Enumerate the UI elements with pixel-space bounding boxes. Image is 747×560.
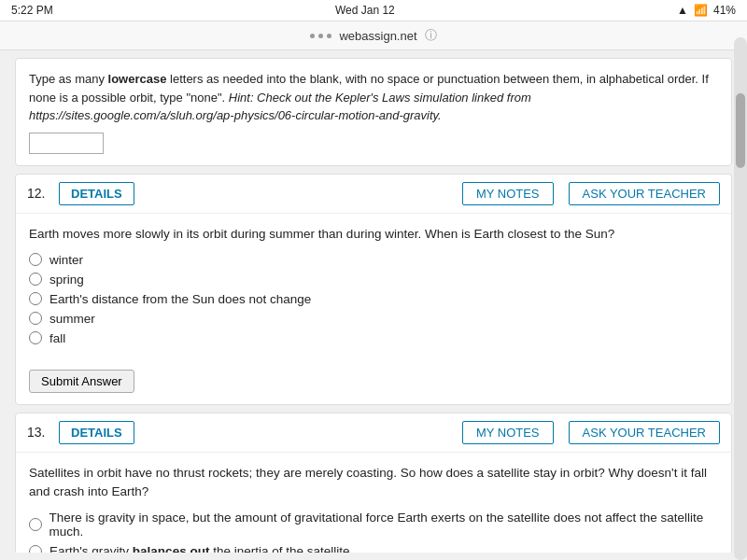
question-13-my-notes-button[interactable]: MY NOTES: [462, 421, 554, 444]
q13-option-b: Earth's gravity balances out the inertia…: [29, 544, 718, 553]
q12-option-a: winter: [29, 253, 718, 267]
question-13-text: Satellites in orbit have no thrust rocke…: [29, 464, 718, 502]
question-13-card: 13. DETAILS MY NOTES ASK YOUR TEACHER Sa…: [15, 413, 732, 553]
q12-option-d: summer: [29, 312, 718, 326]
question-12-details-button[interactable]: DETAILS: [59, 182, 134, 205]
browser-info-icon: ⓘ: [425, 27, 437, 44]
question-13-number: 13.: [27, 425, 49, 440]
main-content: Type as many lowercase letters as needed…: [0, 50, 747, 553]
q13-label-a[interactable]: There is gravity in space, but the amoun…: [49, 511, 718, 539]
q13-radio-a[interactable]: [29, 518, 42, 531]
q12-option-e: fall: [29, 331, 718, 345]
answer-input-top[interactable]: [29, 133, 104, 154]
question-12-my-notes-button[interactable]: MY NOTES: [462, 182, 554, 205]
browser-dots: [310, 34, 331, 38]
q12-radio-d[interactable]: [29, 312, 42, 325]
question-12-submit-area: Submit Answer: [16, 362, 731, 404]
url-display: webassign.net: [339, 29, 416, 43]
q12-radio-c[interactable]: [29, 292, 42, 305]
scrollbar[interactable]: [734, 37, 747, 560]
question-12-text: Earth moves more slowly in its orbit dur…: [29, 225, 718, 244]
question-13-body: Satellites in orbit have no thrust rocke…: [16, 453, 731, 553]
bold-lowercase: lowercase: [108, 72, 167, 86]
q12-label-b[interactable]: spring: [49, 273, 84, 287]
instruction-text: Type as many lowercase letters as needed…: [29, 70, 718, 125]
battery-display: 41%: [713, 4, 736, 17]
signal-icon: ▲: [677, 4, 688, 17]
question-12-submit-button[interactable]: Submit Answer: [29, 370, 134, 393]
question-12-card: 12. DETAILS MY NOTES ASK YOUR TEACHER Ea…: [15, 174, 732, 405]
question-12-ask-teacher-button[interactable]: ASK YOUR TEACHER: [569, 182, 720, 205]
browser-bar: webassign.net ⓘ: [0, 21, 747, 50]
q12-label-a[interactable]: winter: [49, 253, 83, 267]
q13-radio-b[interactable]: [29, 545, 42, 553]
question-13-details-button[interactable]: DETAILS: [59, 421, 134, 444]
q12-label-d[interactable]: summer: [49, 312, 95, 326]
day-display: Wed Jan 12: [335, 4, 395, 17]
status-bar: 5:22 PM Wed Jan 12 ▲ 📶 41%: [0, 0, 747, 21]
status-right: ▲ 📶 41%: [677, 4, 736, 17]
q13-option-a: There is gravity in space, but the amoun…: [29, 511, 718, 539]
q12-radio-b[interactable]: [29, 273, 42, 286]
q12-radio-a[interactable]: [29, 253, 42, 266]
q13-bold-balances: balances out: [133, 544, 210, 553]
question-12-number: 12.: [27, 186, 49, 201]
scrollbar-thumb[interactable]: [736, 93, 745, 168]
q12-label-c[interactable]: Earth's distance from the Sun does not c…: [49, 292, 311, 306]
time-display: 5:22 PM: [11, 4, 53, 17]
question-13-header: 13. DETAILS MY NOTES ASK YOUR TEACHER: [16, 413, 731, 453]
top-section: Type as many lowercase letters as needed…: [15, 58, 732, 166]
q12-option-c: Earth's distance from the Sun does not c…: [29, 292, 718, 306]
question-13-ask-teacher-button[interactable]: ASK YOUR TEACHER: [569, 421, 720, 444]
question-12-header: 12. DETAILS MY NOTES ASK YOUR TEACHER: [16, 175, 731, 214]
question-12-body: Earth moves more slowly in its orbit dur…: [16, 214, 731, 362]
q12-option-b: spring: [29, 273, 718, 287]
q12-label-e[interactable]: fall: [49, 331, 65, 345]
q13-label-b[interactable]: Earth's gravity balances out the inertia…: [49, 544, 353, 553]
q12-radio-e[interactable]: [29, 331, 42, 344]
wifi-icon: 📶: [694, 4, 708, 17]
